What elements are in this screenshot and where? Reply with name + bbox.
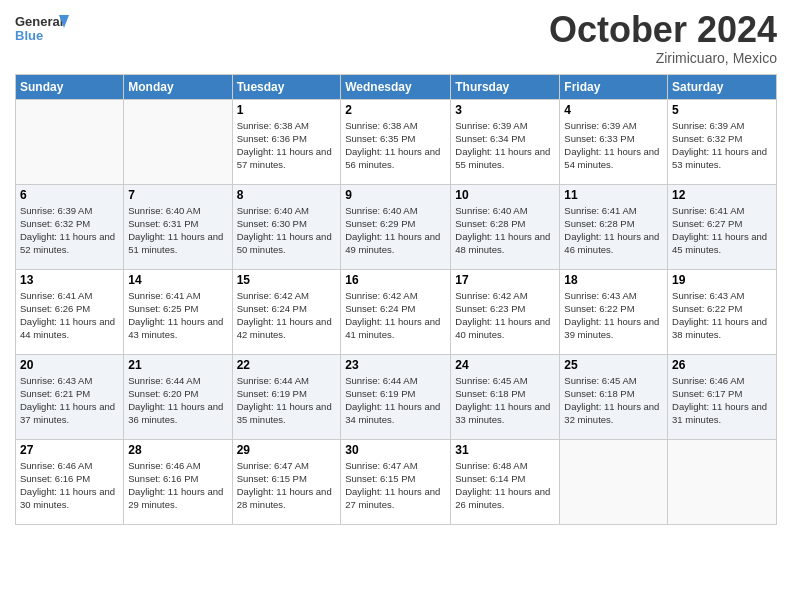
day-info: Sunrise: 6:42 AMSunset: 6:24 PMDaylight:… bbox=[345, 289, 446, 342]
day-number: 27 bbox=[20, 443, 119, 457]
day-number: 3 bbox=[455, 103, 555, 117]
table-row: 7Sunrise: 6:40 AMSunset: 6:31 PMDaylight… bbox=[124, 184, 232, 269]
table-row: 6Sunrise: 6:39 AMSunset: 6:32 PMDaylight… bbox=[16, 184, 124, 269]
day-info: Sunrise: 6:40 AMSunset: 6:28 PMDaylight:… bbox=[455, 204, 555, 257]
day-number: 22 bbox=[237, 358, 337, 372]
day-info: Sunrise: 6:42 AMSunset: 6:24 PMDaylight:… bbox=[237, 289, 337, 342]
table-row: 28Sunrise: 6:46 AMSunset: 6:16 PMDayligh… bbox=[124, 439, 232, 524]
day-number: 20 bbox=[20, 358, 119, 372]
table-row: 29Sunrise: 6:47 AMSunset: 6:15 PMDayligh… bbox=[232, 439, 341, 524]
header-tuesday: Tuesday bbox=[232, 74, 341, 99]
day-number: 24 bbox=[455, 358, 555, 372]
location: Zirimicuaro, Mexico bbox=[549, 50, 777, 66]
day-info: Sunrise: 6:46 AMSunset: 6:16 PMDaylight:… bbox=[128, 459, 227, 512]
day-info: Sunrise: 6:47 AMSunset: 6:15 PMDaylight:… bbox=[237, 459, 337, 512]
day-number: 21 bbox=[128, 358, 227, 372]
day-number: 25 bbox=[564, 358, 663, 372]
table-row: 3Sunrise: 6:39 AMSunset: 6:34 PMDaylight… bbox=[451, 99, 560, 184]
day-number: 4 bbox=[564, 103, 663, 117]
table-row: 22Sunrise: 6:44 AMSunset: 6:19 PMDayligh… bbox=[232, 354, 341, 439]
table-row: 4Sunrise: 6:39 AMSunset: 6:33 PMDaylight… bbox=[560, 99, 668, 184]
table-row: 2Sunrise: 6:38 AMSunset: 6:35 PMDaylight… bbox=[341, 99, 451, 184]
header-friday: Friday bbox=[560, 74, 668, 99]
table-row: 15Sunrise: 6:42 AMSunset: 6:24 PMDayligh… bbox=[232, 269, 341, 354]
header-wednesday: Wednesday bbox=[341, 74, 451, 99]
calendar-week-row: 1Sunrise: 6:38 AMSunset: 6:36 PMDaylight… bbox=[16, 99, 777, 184]
header-monday: Monday bbox=[124, 74, 232, 99]
table-row: 27Sunrise: 6:46 AMSunset: 6:16 PMDayligh… bbox=[16, 439, 124, 524]
day-number: 14 bbox=[128, 273, 227, 287]
day-info: Sunrise: 6:42 AMSunset: 6:23 PMDaylight:… bbox=[455, 289, 555, 342]
table-row: 16Sunrise: 6:42 AMSunset: 6:24 PMDayligh… bbox=[341, 269, 451, 354]
table-row: 18Sunrise: 6:43 AMSunset: 6:22 PMDayligh… bbox=[560, 269, 668, 354]
day-info: Sunrise: 6:48 AMSunset: 6:14 PMDaylight:… bbox=[455, 459, 555, 512]
table-row: 31Sunrise: 6:48 AMSunset: 6:14 PMDayligh… bbox=[451, 439, 560, 524]
table-row: 25Sunrise: 6:45 AMSunset: 6:18 PMDayligh… bbox=[560, 354, 668, 439]
day-number: 31 bbox=[455, 443, 555, 457]
header-saturday: Saturday bbox=[668, 74, 777, 99]
day-info: Sunrise: 6:44 AMSunset: 6:20 PMDaylight:… bbox=[128, 374, 227, 427]
calendar-week-row: 6Sunrise: 6:39 AMSunset: 6:32 PMDaylight… bbox=[16, 184, 777, 269]
table-row: 24Sunrise: 6:45 AMSunset: 6:18 PMDayligh… bbox=[451, 354, 560, 439]
day-info: Sunrise: 6:41 AMSunset: 6:27 PMDaylight:… bbox=[672, 204, 772, 257]
table-row bbox=[124, 99, 232, 184]
day-number: 19 bbox=[672, 273, 772, 287]
day-info: Sunrise: 6:41 AMSunset: 6:26 PMDaylight:… bbox=[20, 289, 119, 342]
day-number: 2 bbox=[345, 103, 446, 117]
day-info: Sunrise: 6:46 AMSunset: 6:16 PMDaylight:… bbox=[20, 459, 119, 512]
day-info: Sunrise: 6:41 AMSunset: 6:28 PMDaylight:… bbox=[564, 204, 663, 257]
day-info: Sunrise: 6:38 AMSunset: 6:35 PMDaylight:… bbox=[345, 119, 446, 172]
table-row: 21Sunrise: 6:44 AMSunset: 6:20 PMDayligh… bbox=[124, 354, 232, 439]
day-info: Sunrise: 6:41 AMSunset: 6:25 PMDaylight:… bbox=[128, 289, 227, 342]
day-number: 28 bbox=[128, 443, 227, 457]
logo-svg: General Blue bbox=[15, 10, 75, 50]
day-number: 16 bbox=[345, 273, 446, 287]
table-row: 20Sunrise: 6:43 AMSunset: 6:21 PMDayligh… bbox=[16, 354, 124, 439]
day-number: 26 bbox=[672, 358, 772, 372]
title-block: October 2024 Zirimicuaro, Mexico bbox=[549, 10, 777, 66]
day-info: Sunrise: 6:39 AMSunset: 6:34 PMDaylight:… bbox=[455, 119, 555, 172]
header-sunday: Sunday bbox=[16, 74, 124, 99]
day-number: 7 bbox=[128, 188, 227, 202]
day-info: Sunrise: 6:44 AMSunset: 6:19 PMDaylight:… bbox=[345, 374, 446, 427]
day-info: Sunrise: 6:43 AMSunset: 6:21 PMDaylight:… bbox=[20, 374, 119, 427]
day-number: 12 bbox=[672, 188, 772, 202]
table-row: 19Sunrise: 6:43 AMSunset: 6:22 PMDayligh… bbox=[668, 269, 777, 354]
calendar-week-row: 20Sunrise: 6:43 AMSunset: 6:21 PMDayligh… bbox=[16, 354, 777, 439]
table-row: 9Sunrise: 6:40 AMSunset: 6:29 PMDaylight… bbox=[341, 184, 451, 269]
day-number: 15 bbox=[237, 273, 337, 287]
day-number: 10 bbox=[455, 188, 555, 202]
table-row: 13Sunrise: 6:41 AMSunset: 6:26 PMDayligh… bbox=[16, 269, 124, 354]
day-info: Sunrise: 6:39 AMSunset: 6:33 PMDaylight:… bbox=[564, 119, 663, 172]
day-number: 9 bbox=[345, 188, 446, 202]
day-info: Sunrise: 6:40 AMSunset: 6:30 PMDaylight:… bbox=[237, 204, 337, 257]
table-row bbox=[16, 99, 124, 184]
day-info: Sunrise: 6:40 AMSunset: 6:29 PMDaylight:… bbox=[345, 204, 446, 257]
page: General Blue October 2024 Zirimicuaro, M… bbox=[0, 0, 792, 612]
table-row: 11Sunrise: 6:41 AMSunset: 6:28 PMDayligh… bbox=[560, 184, 668, 269]
day-number: 11 bbox=[564, 188, 663, 202]
day-info: Sunrise: 6:43 AMSunset: 6:22 PMDaylight:… bbox=[564, 289, 663, 342]
day-number: 1 bbox=[237, 103, 337, 117]
table-row: 23Sunrise: 6:44 AMSunset: 6:19 PMDayligh… bbox=[341, 354, 451, 439]
header-thursday: Thursday bbox=[451, 74, 560, 99]
day-number: 17 bbox=[455, 273, 555, 287]
day-number: 30 bbox=[345, 443, 446, 457]
table-row: 1Sunrise: 6:38 AMSunset: 6:36 PMDaylight… bbox=[232, 99, 341, 184]
day-info: Sunrise: 6:46 AMSunset: 6:17 PMDaylight:… bbox=[672, 374, 772, 427]
day-info: Sunrise: 6:44 AMSunset: 6:19 PMDaylight:… bbox=[237, 374, 337, 427]
table-row: 17Sunrise: 6:42 AMSunset: 6:23 PMDayligh… bbox=[451, 269, 560, 354]
day-number: 29 bbox=[237, 443, 337, 457]
day-number: 5 bbox=[672, 103, 772, 117]
day-info: Sunrise: 6:47 AMSunset: 6:15 PMDaylight:… bbox=[345, 459, 446, 512]
table-row bbox=[668, 439, 777, 524]
calendar-header-row: Sunday Monday Tuesday Wednesday Thursday… bbox=[16, 74, 777, 99]
table-row: 30Sunrise: 6:47 AMSunset: 6:15 PMDayligh… bbox=[341, 439, 451, 524]
calendar-week-row: 27Sunrise: 6:46 AMSunset: 6:16 PMDayligh… bbox=[16, 439, 777, 524]
day-info: Sunrise: 6:45 AMSunset: 6:18 PMDaylight:… bbox=[564, 374, 663, 427]
table-row: 14Sunrise: 6:41 AMSunset: 6:25 PMDayligh… bbox=[124, 269, 232, 354]
table-row: 10Sunrise: 6:40 AMSunset: 6:28 PMDayligh… bbox=[451, 184, 560, 269]
header: General Blue October 2024 Zirimicuaro, M… bbox=[15, 10, 777, 66]
day-info: Sunrise: 6:40 AMSunset: 6:31 PMDaylight:… bbox=[128, 204, 227, 257]
day-info: Sunrise: 6:38 AMSunset: 6:36 PMDaylight:… bbox=[237, 119, 337, 172]
